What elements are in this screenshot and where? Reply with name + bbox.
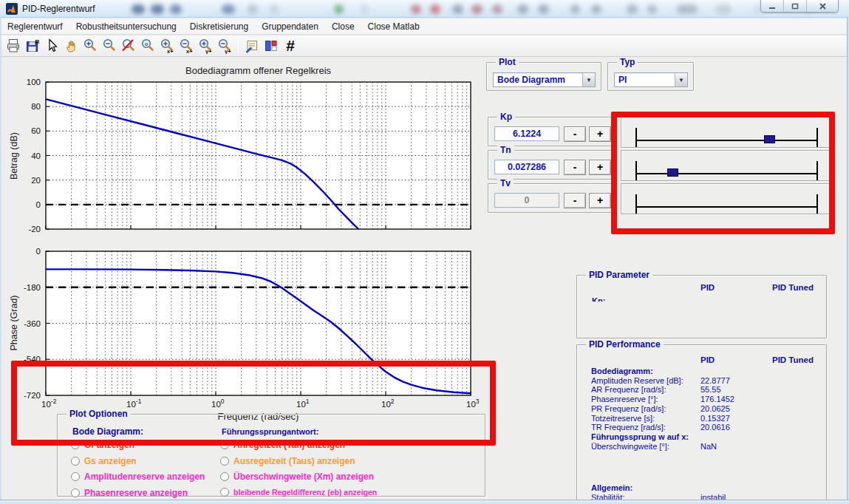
plot-option-label: Überschwingweite (Xm) anzeigen <box>233 471 374 482</box>
menu-item-reglerentwurf[interactable]: Reglerentwurf <box>1 19 69 34</box>
background-blur-blob <box>452 4 463 14</box>
zoom-y-in-icon[interactable]: y+ <box>197 37 214 55</box>
zoom-x-in-icon[interactable]: x+ <box>158 37 176 55</box>
performance-row-label: Führungssprung w auf x: <box>591 432 689 441</box>
performance-row-value: NaN <box>700 442 717 451</box>
background-blur-blob <box>361 4 368 14</box>
radio-button[interactable] <box>220 457 229 466</box>
matlab-logo-icon <box>6 3 18 15</box>
controller-type-dropdown[interactable]: PI ▼ <box>614 72 688 87</box>
tn-increment-button[interactable]: + <box>589 160 611 175</box>
minimize-button[interactable] <box>761 0 784 12</box>
svg-text:20: 20 <box>31 176 41 185</box>
performance-row-value: 22.8777 <box>700 376 730 385</box>
zoom-out-icon[interactable] <box>100 37 118 55</box>
pid-parameter-kp-row-label: Kp: <box>592 296 605 302</box>
pid-parameter-title: PID Parameter <box>586 270 652 280</box>
pid-performance-panel: PID Performance PID PID Tuned Bodediagra… <box>576 344 827 500</box>
zoom-disabled-icon[interactable] <box>120 37 137 55</box>
typ-groupbox: Typ PI ▼ <box>607 62 694 91</box>
background-blur-blob <box>248 4 258 14</box>
svg-text:y+: y+ <box>205 48 212 54</box>
tv-value-field <box>494 193 559 208</box>
kp-value-field[interactable] <box>494 126 559 141</box>
chevron-down-icon[interactable]: ▼ <box>675 73 687 86</box>
zoom-y-out-icon[interactable]: y+ <box>216 37 233 55</box>
chevron-down-icon[interactable]: ▼ <box>582 73 595 86</box>
radio-button[interactable] <box>71 457 80 466</box>
svg-text:-20: -20 <box>28 225 41 234</box>
zoom-in-icon[interactable] <box>81 37 99 55</box>
svg-text:-360: -360 <box>24 319 41 328</box>
window-frame <box>0 18 1 500</box>
kp-increment-button[interactable]: + <box>589 126 611 142</box>
performance-row-label: Amplituden Reserve [dB]: <box>591 376 683 385</box>
zoom-original-icon[interactable]: o <box>139 37 157 55</box>
plot-type-dropdown[interactable]: Bode Diagramm ▼ <box>493 72 596 87</box>
performance-row-value: instabil <box>700 493 726 500</box>
plot-option-row: Phasenreserve anzeigen <box>71 488 188 498</box>
close-button[interactable] <box>807 0 838 12</box>
radio-button[interactable] <box>220 472 229 481</box>
performance-row-label: AR Frequenz [rad/s]: <box>591 385 666 394</box>
performance-row-label: TR Frequenz [rad/s]: <box>591 423 666 432</box>
svg-text:100: 100 <box>27 78 41 86</box>
toolbar: Rox+x+y+y+# <box>1 35 848 57</box>
pid-column-header: PID <box>700 283 715 291</box>
pid-column-header: PID <box>700 355 715 364</box>
pid-tuned-column-header: PID Tuned <box>772 283 814 291</box>
svg-text:o: o <box>145 41 149 47</box>
plot-option-row: Überschwingweite (Xm) anzeigen <box>220 471 374 482</box>
maximize-button[interactable] <box>784 0 807 12</box>
property-editor-icon[interactable] <box>262 37 280 55</box>
menu-item-robustheitsuntersuchung[interactable]: Robustheitsuntersuchung <box>69 19 183 34</box>
performance-row-label: Phasenreserve [°]: <box>591 395 658 403</box>
menu-item-diskretisierung[interactable]: Diskretisierung <box>183 19 255 34</box>
print-icon[interactable] <box>4 37 22 55</box>
tv-groupbox: Tv - + <box>488 183 612 213</box>
svg-text:-180: -180 <box>24 283 41 292</box>
application-window: PID-Reglerentwurf ReglerentwurfRobusthei… <box>0 0 849 504</box>
background-blur-blob <box>132 4 145 14</box>
legend-icon[interactable] <box>243 37 261 55</box>
svg-text:R: R <box>35 38 40 45</box>
tv-decrement-button[interactable]: - <box>564 193 586 208</box>
plot-option-label: bleibende Regeldifferenz (eb) anzeigen <box>233 488 377 497</box>
pid-tuned-column-header: PID Tuned <box>772 355 814 364</box>
performance-row-label: Bodediagramm: <box>591 367 653 375</box>
plot-option-label: Gs anzeigen <box>84 456 137 466</box>
background-blur-blob <box>647 4 657 14</box>
background-blur-blob <box>334 4 344 14</box>
background-blur-blob <box>411 4 421 14</box>
menu-item-close-matlab[interactable]: Close Matlab <box>361 19 426 34</box>
tn-value-field[interactable] <box>494 160 559 174</box>
pan-icon[interactable] <box>62 37 80 55</box>
window-frame <box>0 500 849 504</box>
zoom-x-out-icon[interactable]: x+ <box>177 37 195 55</box>
plot-type-value: Bode Diagramm <box>494 75 582 85</box>
menu-item-gruppendaten[interactable]: Gruppendaten <box>255 19 325 34</box>
tv-increment-button[interactable]: + <box>589 193 611 208</box>
background-blur-blob <box>538 4 549 14</box>
radio-button[interactable] <box>71 488 80 497</box>
magnitude-y-axis-label: Betrag (dB) <box>9 112 19 200</box>
cursor-icon[interactable] <box>43 37 61 55</box>
plot-title: Bodediagramm offener Regelkreis <box>46 65 471 76</box>
svg-text:80: 80 <box>31 102 41 111</box>
performance-row-label: PR Frequenz [rad/s]: <box>591 404 666 413</box>
grid-icon[interactable]: # <box>282 37 299 55</box>
svg-text:#: # <box>286 38 295 54</box>
tn-decrement-button[interactable]: - <box>564 160 586 175</box>
menu-item-close[interactable]: Close <box>325 19 361 34</box>
radio-button[interactable] <box>220 488 229 497</box>
kp-decrement-button[interactable]: - <box>564 126 586 142</box>
save-icon[interactable]: R <box>24 37 41 55</box>
radio-button[interactable] <box>71 472 80 481</box>
menu-bar: ReglerentwurfRobustheitsuntersuchungDisk… <box>1 18 848 35</box>
tn-label: Tn <box>497 145 514 155</box>
background-blur-blob <box>492 4 502 14</box>
svg-text:0: 0 <box>36 200 41 209</box>
svg-text:y+: y+ <box>225 48 231 54</box>
kp-label: Kp <box>497 112 515 122</box>
plot-option-label: Ausregelzeit (Taus) anzeigen <box>233 456 355 466</box>
